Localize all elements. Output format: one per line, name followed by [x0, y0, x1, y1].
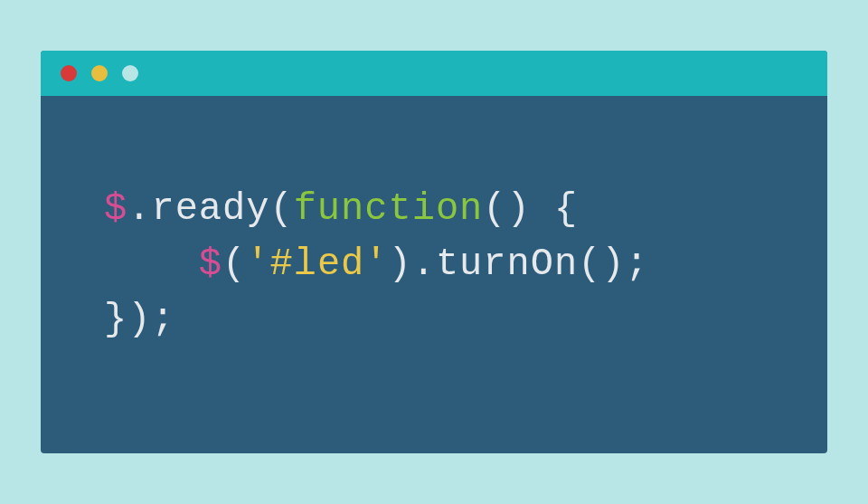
- token: .ready(: [127, 187, 293, 231]
- token-string: '#led': [246, 242, 388, 286]
- token: () {: [483, 187, 578, 231]
- code-line-1: $.ready(function() {: [104, 187, 578, 231]
- token-dollar: $: [199, 242, 222, 286]
- token-keyword: function: [294, 187, 484, 231]
- maximize-icon[interactable]: [122, 65, 138, 81]
- close-icon[interactable]: [61, 65, 77, 81]
- token: });: [104, 298, 175, 341]
- code-line-3: });: [104, 298, 175, 341]
- token: ).turnOn();: [389, 242, 649, 286]
- code-area: $.ready(function() { $('#led').turnOn();…: [41, 96, 827, 453]
- code-line-2: $('#led').turnOn();: [104, 242, 649, 286]
- indent: [104, 242, 199, 286]
- token-dollar: $: [104, 187, 127, 231]
- token: (: [222, 242, 246, 286]
- minimize-icon[interactable]: [91, 65, 108, 81]
- editor-window: $.ready(function() { $('#led').turnOn();…: [41, 51, 827, 453]
- titlebar: [41, 51, 827, 96]
